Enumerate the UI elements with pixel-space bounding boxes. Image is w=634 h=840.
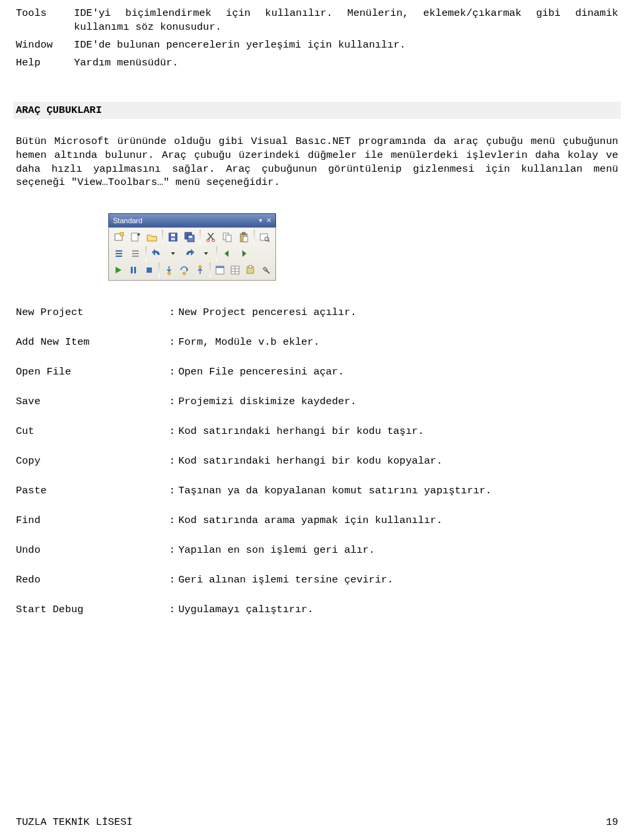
- def-desc: Uygulamayı çalıştırır.: [178, 603, 618, 617]
- svg-rect-16: [226, 235, 231, 242]
- colon: :: [169, 573, 178, 587]
- toolbar-title-controls: ▾ ✕: [259, 216, 271, 225]
- def-label: Add New Item: [16, 335, 169, 349]
- definitions-list: New Project : New Project penceresi açıl…: [16, 306, 618, 616]
- def-desc: Form, Modüle v.b ekler.: [178, 335, 618, 349]
- object-browser-icon: [245, 265, 256, 275]
- redo-icon: [184, 248, 195, 259]
- page-footer: TUZLA TEKNİK LİSESİ 19: [16, 816, 618, 828]
- toolbar-separator: [216, 246, 217, 261]
- play-icon: [113, 265, 123, 275]
- copy-icon: [222, 232, 232, 242]
- def-label: Save: [16, 395, 169, 409]
- copy-button[interactable]: [220, 230, 234, 244]
- navigate-back-button[interactable]: [220, 246, 234, 261]
- colon: :: [169, 514, 178, 528]
- menu-label: Window: [16, 38, 74, 52]
- colon: :: [169, 306, 178, 320]
- start-debug-button[interactable]: [112, 263, 125, 277]
- step-out-button[interactable]: [193, 263, 206, 277]
- comment-button[interactable]: [112, 246, 126, 261]
- toolbar-options-icon[interactable]: ▾: [259, 216, 262, 225]
- toolbar-titlebar[interactable]: Standard ▾ ✕: [108, 213, 276, 227]
- step-into-button[interactable]: [162, 263, 176, 277]
- def-label: New Project: [16, 306, 169, 320]
- svg-rect-1: [120, 232, 123, 236]
- open-file-button[interactable]: [145, 230, 159, 244]
- section-paragraph: Bütün Microsoft ürününde olduğu gibi Vis…: [16, 135, 618, 190]
- def-desc: Kod satırındaki herhangi bir kodu taşır.: [178, 425, 618, 438]
- def-row: Paste : Taşınan ya da kopyalanan komut s…: [16, 484, 618, 498]
- nav-forward-icon: [238, 248, 249, 259]
- redo-split-button[interactable]: [199, 246, 213, 261]
- step-over-button[interactable]: [178, 263, 191, 277]
- add-new-item-icon: [130, 232, 141, 242]
- svg-point-32: [168, 272, 170, 275]
- svg-rect-19: [243, 236, 248, 242]
- svg-rect-42: [249, 265, 252, 268]
- svg-rect-30: [134, 267, 136, 273]
- svg-rect-7: [171, 238, 175, 240]
- toolbox-button[interactable]: [260, 263, 273, 277]
- def-desc: New Project penceresi açılır.: [178, 306, 618, 320]
- def-desc: Taşınan ya da kopyalanan komut satırını …: [178, 484, 618, 498]
- toolbar-separator: [254, 230, 255, 244]
- def-desc: Kod satırında arama yapmak için kullanıl…: [178, 514, 618, 528]
- svg-point-33: [183, 272, 186, 275]
- save-all-button[interactable]: [182, 230, 197, 244]
- save-icon: [168, 232, 178, 242]
- properties-window-button[interactable]: [229, 263, 242, 277]
- def-label: Copy: [16, 454, 169, 468]
- menu-row-window: Window IDE'de bulunan pencerelerin yerle…: [16, 38, 618, 52]
- cut-button[interactable]: [203, 230, 218, 244]
- add-new-item-button[interactable]: [128, 230, 143, 244]
- pause-button[interactable]: [127, 263, 140, 277]
- toolbox-icon: [261, 265, 271, 275]
- solution-explorer-button[interactable]: [213, 263, 227, 277]
- svg-rect-36: [216, 266, 224, 268]
- save-button[interactable]: [166, 230, 180, 244]
- undo-button[interactable]: [149, 246, 164, 261]
- cut-icon: [205, 232, 216, 242]
- undo-split-button[interactable]: [166, 246, 180, 261]
- toolbar-close-icon[interactable]: ✕: [266, 216, 271, 225]
- footer-left: TUZLA TEKNİK LİSESİ: [16, 816, 133, 828]
- section-title: ARAÇ ÇUBUKLARI: [16, 104, 102, 116]
- find-button[interactable]: [258, 230, 272, 244]
- def-desc: Kod satırındaki herhangi bir kodu kopyal…: [178, 454, 618, 468]
- def-row: Save : Projemizi diskimize kaydeder.: [16, 395, 618, 409]
- svg-rect-18: [242, 232, 245, 234]
- colon: :: [169, 365, 178, 379]
- def-label: Find: [16, 514, 169, 528]
- def-row: Open File : Open File penceresini açar.: [16, 365, 618, 379]
- menu-row-tools: Tools IDE'yi biçimlendirmek için kullanı…: [16, 7, 618, 34]
- navigate-forward-button[interactable]: [236, 246, 251, 261]
- solution-explorer-icon: [215, 265, 225, 275]
- svg-point-34: [199, 265, 201, 268]
- new-project-icon: [114, 232, 124, 242]
- pause-icon: [128, 265, 139, 275]
- def-label: Paste: [16, 484, 169, 498]
- find-icon: [260, 232, 270, 242]
- redo-button[interactable]: [182, 246, 197, 261]
- uncomment-icon: [130, 248, 141, 259]
- object-browser-button[interactable]: [244, 263, 257, 277]
- def-desc: Yapılan en son işlemi geri alır.: [178, 543, 618, 557]
- def-row: Copy : Kod satırındaki herhangi bir kodu…: [16, 454, 618, 468]
- svg-rect-10: [189, 236, 192, 238]
- def-row: New Project : New Project penceresi açıl…: [16, 306, 618, 320]
- step-into-icon: [164, 265, 174, 275]
- def-row: Undo : Yapılan en son işlemi geri alır.: [16, 543, 618, 557]
- uncomment-button[interactable]: [128, 246, 143, 261]
- footer-page-number: 19: [606, 816, 618, 828]
- def-desc: Projemizi diskimize kaydeder.: [178, 395, 618, 409]
- paste-button[interactable]: [236, 230, 251, 244]
- svg-line-22: [268, 240, 269, 242]
- def-label: Start Debug: [16, 603, 169, 617]
- stop-button[interactable]: [143, 263, 156, 277]
- def-label: Undo: [16, 543, 169, 557]
- def-row: Find : Kod satırında arama yapmak için k…: [16, 514, 618, 528]
- new-project-button[interactable]: [112, 230, 126, 244]
- properties-icon: [230, 265, 240, 275]
- def-label: Redo: [16, 573, 169, 587]
